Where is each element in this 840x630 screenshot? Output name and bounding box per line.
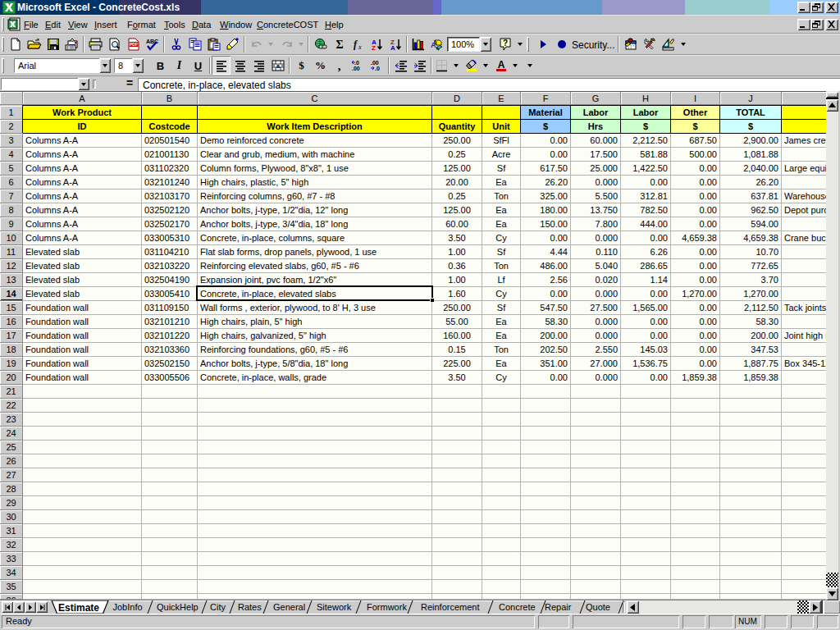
svg-text:Σ: Σ [336, 39, 343, 51]
svg-text:Z: Z [372, 44, 376, 51]
svg-text:a: a [276, 63, 280, 69]
svg-text:.00: .00 [352, 66, 360, 71]
svg-text:?: ? [502, 39, 507, 48]
svg-text:ABC: ABC [146, 39, 158, 44]
svg-text:A: A [431, 41, 436, 49]
svg-text:.00: .00 [371, 60, 379, 66]
svg-text:PDF: PDF [130, 42, 138, 47]
svg-text:A: A [497, 59, 504, 71]
svg-text:A: A [390, 44, 395, 51]
svg-text:x: x [358, 43, 362, 51]
svg-text:f: f [354, 39, 358, 50]
svg-text:.0: .0 [375, 66, 380, 71]
